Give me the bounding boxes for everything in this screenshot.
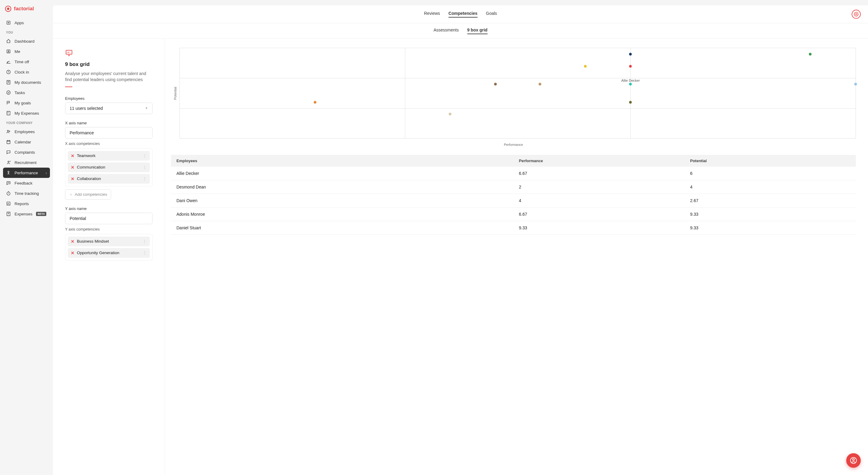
sidebar-item-expenses[interactable]: ExpensesBETA	[0, 209, 53, 219]
table-row[interactable]: Dani Owen42.67	[171, 194, 856, 208]
sidebar-item-my-expenses[interactable]: My Expenses	[0, 108, 53, 118]
scatter-dot[interactable]	[629, 53, 632, 55]
sidebar-item-performance[interactable]: Performance›	[3, 168, 50, 178]
scatter-dot[interactable]	[449, 113, 452, 116]
th-employees: Employees	[171, 155, 514, 167]
svg-rect-40	[66, 50, 72, 54]
subtab-assessments[interactable]: Assessments	[433, 28, 459, 34]
settings-button[interactable]	[851, 10, 861, 19]
remove-icon[interactable]: ✕	[71, 177, 74, 181]
scatter-dot[interactable]	[855, 83, 857, 86]
my-goals-icon	[6, 100, 11, 105]
chip-label: Business Mindset	[77, 239, 109, 244]
chip-label: Teamwork	[77, 153, 96, 158]
nav-label: Employees	[14, 129, 35, 134]
calendar-icon	[6, 139, 11, 144]
remove-icon[interactable]: ✕	[71, 251, 74, 255]
competency-chip: ✕Collaboration⋮	[68, 174, 150, 184]
employees-select[interactable]: 11 users selected ▼	[65, 102, 153, 114]
svg-point-19	[9, 131, 10, 132]
nav-label: Reports	[14, 201, 29, 206]
add-x-competency-button[interactable]: ＋ Add competencies	[65, 189, 111, 200]
sidebar-item-dashboard[interactable]: Dashboard	[0, 36, 53, 46]
gear-icon	[854, 12, 859, 17]
nav-label: Complaints	[14, 150, 35, 155]
scatter-dot[interactable]	[629, 101, 632, 103]
scatter-dot[interactable]	[584, 65, 587, 67]
cell-performance: 2	[514, 180, 685, 194]
complaints-icon	[6, 150, 11, 155]
remove-icon[interactable]: ✕	[71, 239, 74, 244]
help-fab[interactable]	[846, 453, 861, 468]
scatter-dot[interactable]	[809, 53, 812, 55]
drag-handle-icon[interactable]: ⋮	[143, 239, 147, 244]
sidebar-item-clock-in[interactable]: Clock in	[0, 67, 53, 77]
employee-table: Employees Performance Potential Allie De…	[171, 155, 856, 235]
employees-icon	[6, 129, 11, 134]
tab-goals[interactable]: Goals	[486, 11, 497, 18]
sidebar-item-complaints[interactable]: Complaints	[0, 147, 53, 157]
sidebar-item-time-off[interactable]: Time off	[0, 57, 53, 67]
sidebar-item-recruitment[interactable]: Recruitment	[0, 157, 53, 168]
feedback-icon	[6, 181, 11, 186]
th-potential: Potential	[685, 155, 856, 167]
clock-in-icon	[6, 70, 11, 74]
drag-handle-icon[interactable]: ⋮	[143, 177, 147, 181]
chip-label: Communication	[77, 165, 105, 169]
cell-name: Adonis Monroe	[171, 208, 514, 221]
tab-reviews[interactable]: Reviews	[424, 11, 440, 18]
sidebar-item-feedback[interactable]: Feedback	[0, 178, 53, 188]
sidebar-item-my-documents[interactable]: My documents	[0, 77, 53, 88]
sidebar-item-tasks[interactable]: Tasks	[0, 88, 53, 98]
remove-icon[interactable]: ✕	[71, 153, 74, 158]
drag-handle-icon[interactable]: ⋮	[143, 165, 147, 170]
brand-logo[interactable]: factorial	[0, 5, 53, 18]
svg-point-27	[8, 171, 9, 172]
person-icon	[850, 457, 857, 464]
scatter-dot[interactable]	[314, 101, 316, 103]
sidebar-item-employees[interactable]: Employees	[0, 126, 53, 137]
drag-handle-icon[interactable]: ⋮	[143, 251, 147, 255]
y-axis-name-value: Potential	[70, 216, 86, 221]
x-axis-name-label: X axis name	[65, 121, 153, 125]
chip-label: Collaboration	[77, 177, 101, 181]
nav-label: Expenses	[14, 212, 32, 216]
svg-point-6	[8, 51, 9, 52]
scatter-dot[interactable]	[494, 83, 497, 86]
subtab-9-box-grid[interactable]: 9 box grid	[467, 28, 488, 34]
x-competencies-label: X axis competencies	[65, 141, 153, 146]
svg-point-18	[7, 130, 8, 131]
tab-competencies[interactable]: Competencies	[448, 11, 477, 18]
y-competencies-list: ✕Business Mindset⋮✕Opportunity Generatio…	[65, 234, 153, 260]
presentation-icon	[65, 49, 73, 57]
drag-handle-icon[interactable]: ⋮	[143, 153, 147, 158]
plus-icon: ＋	[69, 192, 73, 197]
x-axis-name-input[interactable]: Performance	[65, 127, 153, 138]
th-performance: Performance	[514, 155, 685, 167]
sidebar-item-apps[interactable]: Apps	[0, 18, 53, 28]
scatter-dot[interactable]	[629, 65, 632, 67]
chevron-right-icon: ›	[46, 171, 47, 175]
sidebar-item-calendar[interactable]: Calendar	[0, 137, 53, 147]
sidebar-item-my-goals[interactable]: My goals	[0, 98, 53, 108]
performance-icon	[6, 170, 11, 175]
panel-description: Analyse your employees' current talent a…	[65, 70, 153, 83]
sidebar-item-time-tracking[interactable]: Time tracking	[0, 188, 53, 198]
accent-underline	[65, 87, 72, 87]
sidebar-item-me[interactable]: Me	[0, 46, 53, 57]
cell-name: Daniel Stuart	[171, 221, 514, 235]
scatter-dot[interactable]	[539, 83, 541, 86]
table-row[interactable]: Allie Decker6.676	[171, 167, 856, 180]
sidebar-item-reports[interactable]: Reports	[0, 198, 53, 209]
remove-icon[interactable]: ✕	[71, 165, 74, 170]
time-tracking-icon	[6, 191, 11, 196]
table-row[interactable]: Desmond Dean24	[171, 180, 856, 194]
y-axis-name-input[interactable]: Potential	[65, 213, 153, 224]
nav-label: Clock in	[14, 70, 29, 74]
config-panel: 9 box grid Analyse your employees' curre…	[53, 39, 165, 475]
svg-point-39	[856, 13, 857, 15]
scatter-dot[interactable]	[629, 83, 632, 86]
table-row[interactable]: Adonis Monroe6.679.33	[171, 208, 856, 221]
table-row[interactable]: Daniel Stuart9.339.33	[171, 221, 856, 235]
sub-tabs: Assessments9 box grid	[53, 23, 868, 39]
